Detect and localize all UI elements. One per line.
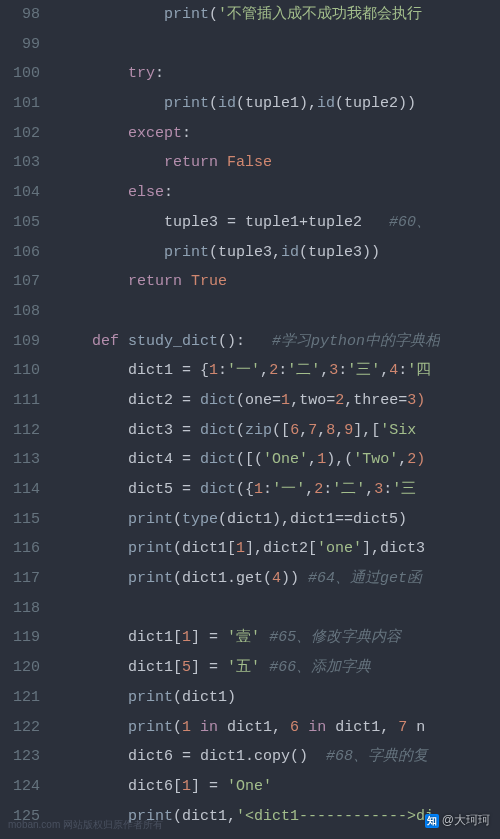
line-number: 111: [8, 386, 40, 416]
code-line[interactable]: dict5 = dict({1:'一',2:'二',3:'三: [56, 475, 440, 505]
line-number: 124: [8, 772, 40, 802]
code-line[interactable]: print(tuple3,id(tuple3)): [56, 238, 440, 268]
line-number: 100: [8, 59, 40, 89]
line-number: 108: [8, 297, 40, 327]
line-number: 117: [8, 564, 40, 594]
code-line[interactable]: [56, 297, 440, 327]
line-number: 106: [8, 238, 40, 268]
line-number: 123: [8, 742, 40, 772]
code-line[interactable]: dict6[1] = 'One': [56, 772, 440, 802]
line-number: 115: [8, 505, 40, 535]
line-number: 121: [8, 683, 40, 713]
code-line[interactable]: dict1[5] = '五' #66、添加字典: [56, 653, 440, 683]
code-line[interactable]: try:: [56, 59, 440, 89]
line-number: 104: [8, 178, 40, 208]
line-number: 105: [8, 208, 40, 238]
line-number: 103: [8, 148, 40, 178]
line-number: 109: [8, 327, 40, 357]
code-line[interactable]: dict1 = {1:'一',2:'二',3:'三',4:'四: [56, 356, 440, 386]
code-line[interactable]: print(id(tuple1),id(tuple2)): [56, 89, 440, 119]
line-number: 116: [8, 534, 40, 564]
line-number: 119: [8, 623, 40, 653]
code-line[interactable]: [56, 30, 440, 60]
code-line[interactable]: print(1 in dict1, 6 in dict1, 7 n: [56, 713, 440, 743]
line-number: 122: [8, 713, 40, 743]
code-area[interactable]: print('不管插入成不成功我都会执行 try: print(id(tuple…: [50, 0, 440, 839]
line-number: 120: [8, 653, 40, 683]
watermark-author: @大珂珂: [442, 813, 490, 827]
code-line[interactable]: print('不管插入成不成功我都会执行: [56, 0, 440, 30]
line-number: 98: [8, 0, 40, 30]
line-number-gutter: 9899100101102103104105106107108109110111…: [0, 0, 50, 839]
code-line[interactable]: return True: [56, 267, 440, 297]
code-line[interactable]: else:: [56, 178, 440, 208]
code-line[interactable]: dict3 = dict(zip([6,7,8,9],['Six: [56, 416, 440, 446]
line-number: 101: [8, 89, 40, 119]
code-line[interactable]: dict2 = dict(one=1,two=2,three=3): [56, 386, 440, 416]
code-line[interactable]: print(dict1.get(4)) #64、通过get函: [56, 564, 440, 594]
line-number: 99: [8, 30, 40, 60]
line-number: 113: [8, 445, 40, 475]
line-number: 114: [8, 475, 40, 505]
footer-copyright: moban.com 网站版权归原作者所有: [8, 815, 163, 835]
zhihu-watermark: 知@大珂珂: [425, 809, 490, 833]
line-number: 110: [8, 356, 40, 386]
code-line[interactable]: dict1[1] = '壹' #65、修改字典内容: [56, 623, 440, 653]
line-number: 107: [8, 267, 40, 297]
code-line[interactable]: print(dict1[1],dict2['one'],dict3: [56, 534, 440, 564]
code-line[interactable]: return False: [56, 148, 440, 178]
code-editor[interactable]: 9899100101102103104105106107108109110111…: [0, 0, 500, 839]
code-line[interactable]: dict4 = dict([('One',1),('Two',2): [56, 445, 440, 475]
code-line[interactable]: print(type(dict1),dict1==dict5): [56, 505, 440, 535]
zhihu-logo-icon: 知: [425, 814, 439, 828]
line-number: 112: [8, 416, 40, 446]
code-line[interactable]: except:: [56, 119, 440, 149]
code-line[interactable]: def study_dict(): #学习python中的字典相: [56, 327, 440, 357]
code-line[interactable]: tuple3 = tuple1+tuple2 #60、: [56, 208, 440, 238]
line-number: 118: [8, 594, 40, 624]
line-number: 102: [8, 119, 40, 149]
code-line[interactable]: dict6 = dict1.copy() #68、字典的复: [56, 742, 440, 772]
code-line[interactable]: [56, 594, 440, 624]
code-line[interactable]: print(dict1): [56, 683, 440, 713]
